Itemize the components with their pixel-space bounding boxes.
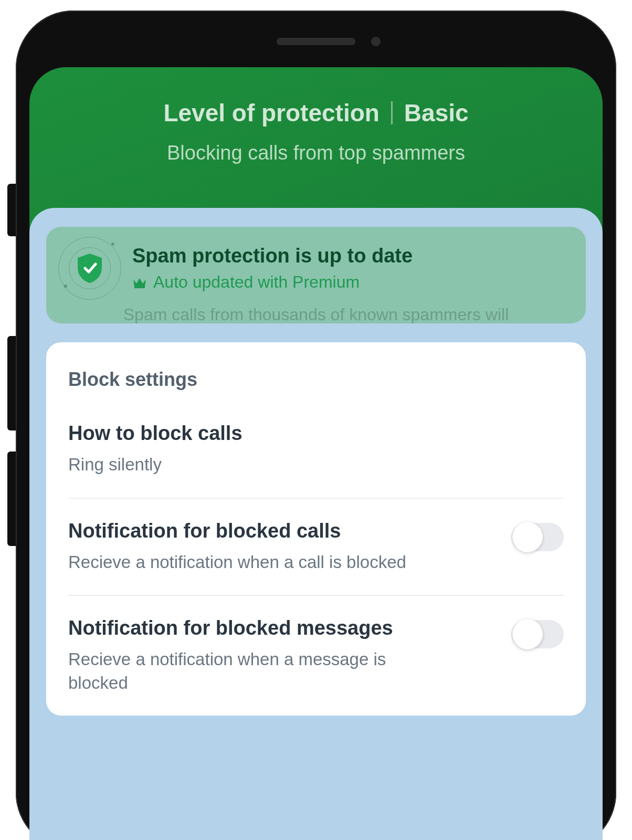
phone-volume-up [7, 336, 16, 430]
protection-level-value: Basic [404, 99, 469, 127]
status-fade-text: Spam calls from thousands of known spamm… [46, 305, 586, 323]
phone-volume-down [7, 452, 16, 546]
phone-camera-dot [371, 37, 381, 46]
status-subline: Auto updated with Premium [132, 272, 413, 292]
toggle-notify-messages[interactable] [511, 620, 564, 648]
row-notify-calls[interactable]: Notification for blocked calls Recieve a… [68, 520, 564, 596]
toggle-knob [512, 522, 543, 552]
spam-status-card[interactable]: Spam protection is up to date Auto updat… [46, 227, 586, 323]
svg-rect-0 [134, 287, 145, 288]
screen: Level of protection Basic Blocking calls… [29, 67, 603, 840]
protection-header: Level of protection Basic Blocking calls… [29, 67, 603, 164]
title-divider [391, 101, 393, 124]
row-title: Notification for blocked calls [68, 520, 564, 542]
status-sub-label: Auto updated with Premium [153, 272, 360, 292]
block-settings-card: Block settings How to block calls Ring s… [46, 342, 586, 716]
block-settings-heading: Block settings [68, 369, 564, 391]
row-sub: Recieve a notification when a message is… [68, 648, 420, 695]
toggle-notify-calls[interactable] [511, 523, 564, 551]
protection-subtitle: Blocking calls from top spammers [29, 142, 603, 164]
status-title: Spam protection is up to date [132, 245, 413, 267]
row-how-to-block[interactable]: How to block calls Ring silently [68, 422, 564, 499]
row-sub: Recieve a notification when a call is bl… [68, 551, 420, 574]
protection-title-row: Level of protection Basic [163, 99, 468, 127]
shield-graphic [61, 239, 119, 297]
phone-frame: Level of protection Basic Blocking calls… [16, 10, 616, 840]
status-text: Spam protection is up to date Auto updat… [132, 245, 413, 292]
shield-check-icon [76, 253, 104, 284]
crown-icon [132, 276, 147, 289]
phone-speaker [277, 38, 355, 45]
protection-title-label: Level of protection [163, 99, 379, 127]
row-sub: Ring silently [68, 453, 420, 477]
toggle-knob [512, 619, 543, 649]
content-panel: Spam protection is up to date Auto updat… [29, 208, 603, 840]
row-title: How to block calls [68, 422, 564, 445]
phone-side-button [7, 184, 16, 236]
row-title: Notification for blocked messages [68, 617, 564, 639]
row-notify-messages[interactable]: Notification for blocked messages Reciev… [68, 617, 564, 695]
